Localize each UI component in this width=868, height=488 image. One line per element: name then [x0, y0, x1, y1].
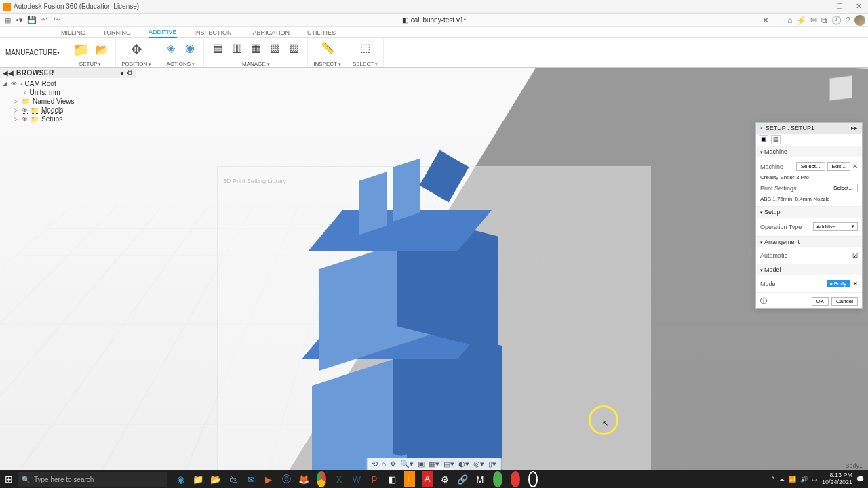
browser-options-icon[interactable]: ● [120, 69, 124, 77]
viewport-3d[interactable]: 3D Print Setting Library ⟲ ⌂ ✥ 🔍▾ ▣ ▦▾ ▤… [0, 68, 868, 470]
home-icon[interactable]: ⌂ [787, 16, 792, 25]
app-menu-icon[interactable]: ▦ [3, 16, 12, 25]
extensions-icon[interactable]: ⧉ [821, 16, 827, 25]
machine-clear-icon[interactable]: ✕ [852, 163, 858, 170]
workspace-switcher[interactable]: MANUFACTURE [0, 38, 65, 67]
taskbar-fusion-icon[interactable]: F [404, 471, 415, 487]
window-minimize-button[interactable]: — [811, 2, 830, 11]
taskbar-record-icon[interactable] [528, 471, 538, 487]
undo-icon[interactable]: ↶ [39, 16, 49, 25]
generate-icon[interactable]: ◈ [163, 39, 179, 56]
folder-icon[interactable]: 📂 [94, 41, 110, 58]
taskbar-search[interactable]: 🔍 Type here to search [18, 472, 167, 487]
tray-volume-icon[interactable]: 🔊 [800, 476, 808, 483]
window-close-button[interactable]: ✕ [849, 2, 868, 11]
taskbar-share-icon[interactable]: 🔗 [454, 471, 471, 487]
taskbar-chrome-icon[interactable] [317, 471, 326, 487]
taskbar-green-icon[interactable] [493, 471, 502, 487]
tray-lang-icon[interactable]: ▭ [812, 476, 818, 483]
tray-wifi-icon[interactable]: 📶 [789, 476, 796, 483]
taskbar-media-icon[interactable]: ▶ [260, 471, 277, 487]
print-settings-select-button[interactable]: Select... [829, 184, 858, 192]
tab-inspection[interactable]: INSPECTION [195, 29, 232, 37]
tab-milling[interactable]: MILLING [61, 29, 85, 37]
tray-notifications-icon[interactable]: 💬 [856, 476, 864, 483]
save-icon[interactable]: 💾 [27, 16, 37, 25]
notifications-icon[interactable]: ✉ [810, 16, 817, 25]
redo-icon[interactable]: ↷ [52, 16, 61, 25]
section-model-header[interactable]: Model [756, 264, 862, 275]
help-icon[interactable]: ? [846, 16, 850, 25]
new-setup-icon[interactable]: 📁 [71, 39, 91, 60]
model-body[interactable] [292, 203, 509, 470]
machine-select-button[interactable]: Select... [796, 162, 825, 171]
user-avatar[interactable] [854, 15, 865, 26]
taskbar-powerpoint-icon[interactable]: P [366, 471, 382, 487]
model-body-chip[interactable]: ▸ Body [827, 280, 850, 287]
document-tab[interactable]: ◧ cali bunny-test v1* [402, 16, 467, 24]
tree-cam-root[interactable]: ◢👁▫ CAM Root [3, 79, 133, 88]
tray-date[interactable]: 10/24/2021 [822, 479, 852, 486]
manage-icon-3[interactable]: ▦ [248, 39, 264, 56]
select-icon[interactable]: ⬚ [357, 39, 373, 56]
tree-models[interactable]: ▷👁📁 Models [3, 106, 133, 115]
taskbar-store-icon[interactable]: 🛍 [225, 471, 241, 487]
fit-icon[interactable]: ▣ [418, 460, 425, 468]
tree-named-views[interactable]: ▷📁 Named Views [3, 97, 133, 106]
browser-settings-icon[interactable]: ⚙ [127, 69, 133, 77]
manage-icon-5[interactable]: ▨ [285, 39, 302, 56]
section-machine-header[interactable]: Machine [756, 146, 862, 157]
grid-icon[interactable]: ▤▾ [443, 460, 454, 468]
taskbar-red-icon[interactable] [511, 471, 520, 487]
info-icon[interactable]: ⓘ [760, 296, 767, 306]
taskbar-gear-icon[interactable]: ⚙ [437, 471, 453, 487]
new-icon[interactable]: ▪▾ [15, 16, 24, 25]
tab-fabrication[interactable]: FABRICATION [250, 29, 290, 37]
taskbar-firefox-icon[interactable]: 🦊 [296, 471, 312, 487]
taskbar-autocad-icon[interactable]: A [422, 471, 433, 487]
operation-type-select[interactable]: Additive [813, 222, 858, 231]
taskbar-m-icon[interactable]: M [472, 471, 488, 487]
tab-additive[interactable]: ADDITIVE [149, 28, 177, 38]
ok-button[interactable]: OK [812, 297, 829, 306]
object-vis-icon[interactable]: ◎▾ [473, 460, 484, 468]
jobs-icon[interactable]: 🕘 [831, 16, 842, 25]
tree-setups[interactable]: ▷👁📁 Setups [3, 115, 133, 123]
taskbar-excel-icon[interactable]: X [331, 471, 347, 487]
zoom-icon[interactable]: 🔍▾ [400, 460, 414, 468]
taskbar-explorer-icon[interactable]: 📁 [190, 471, 206, 487]
tab-close-button[interactable]: ✕ [762, 16, 769, 25]
move-icon[interactable]: ✥ [126, 39, 146, 60]
orbit-icon[interactable]: ⟲ [372, 460, 378, 468]
simulate-icon[interactable]: ◉ [182, 39, 198, 56]
display-icon[interactable]: ▦▾ [429, 460, 439, 468]
tree-units[interactable]: ▫Units: mm [3, 88, 133, 97]
layout-icon[interactable]: ▯▾ [488, 460, 496, 468]
tab-turning[interactable]: TURNING [103, 29, 131, 37]
machine-edit-button[interactable]: Edit... [827, 162, 850, 171]
quickstart-icon[interactable]: ⚡ [796, 16, 806, 25]
manage-icon-4[interactable]: ▧ [267, 39, 283, 56]
manage-icon-1[interactable]: ▤ [210, 39, 226, 56]
tab-utilities[interactable]: UTILITIES [307, 29, 336, 37]
manage-icon-2[interactable]: ▥ [229, 39, 245, 56]
pan-icon[interactable]: ✥ [390, 460, 396, 468]
setup-tab-process-icon[interactable]: ▤ [771, 135, 781, 144]
browser-collapse-icon[interactable]: ◀◀ [3, 69, 14, 77]
model-body-remove-icon[interactable]: ✕ [853, 281, 858, 287]
taskbar-word-icon[interactable]: W [349, 471, 365, 487]
taskbar-folder-icon[interactable]: 📂 [208, 471, 224, 487]
viewcube[interactable] [826, 73, 856, 103]
automatic-checkbox[interactable]: ☑ [852, 252, 858, 259]
effects-icon[interactable]: ◐▾ [458, 460, 469, 468]
cancel-button[interactable]: Cancel [831, 297, 858, 306]
taskbar-app-icon[interactable]: ◧ [384, 471, 400, 487]
tray-cloud-icon[interactable]: ☁ [778, 476, 785, 483]
tray-chevron-icon[interactable]: ^ [772, 476, 774, 483]
taskbar-edge-icon[interactable]: ◉ [172, 471, 189, 487]
inspect-icon[interactable]: 📏 [319, 39, 336, 56]
taskbar-ie-icon[interactable]: ⓔ [278, 471, 294, 487]
expand-icon[interactable]: ▸▸ [851, 125, 858, 131]
start-button[interactable]: ⊞ [0, 474, 18, 485]
taskbar-mail-icon[interactable]: ✉ [243, 471, 259, 487]
